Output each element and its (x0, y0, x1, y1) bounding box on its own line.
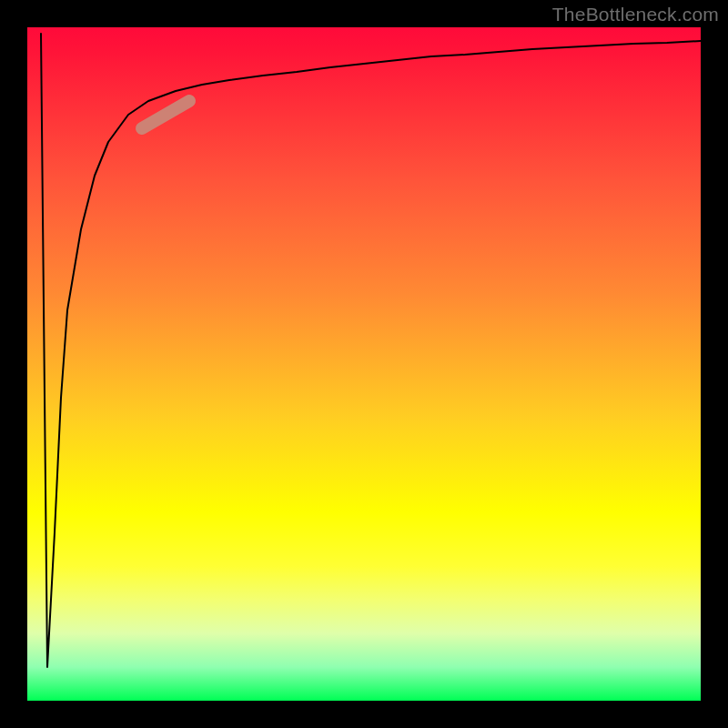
highlight-segment (142, 101, 189, 128)
plot-area (27, 27, 701, 701)
curve-svg (27, 27, 701, 701)
watermark-label: TheBottleneck.com (552, 4, 719, 25)
